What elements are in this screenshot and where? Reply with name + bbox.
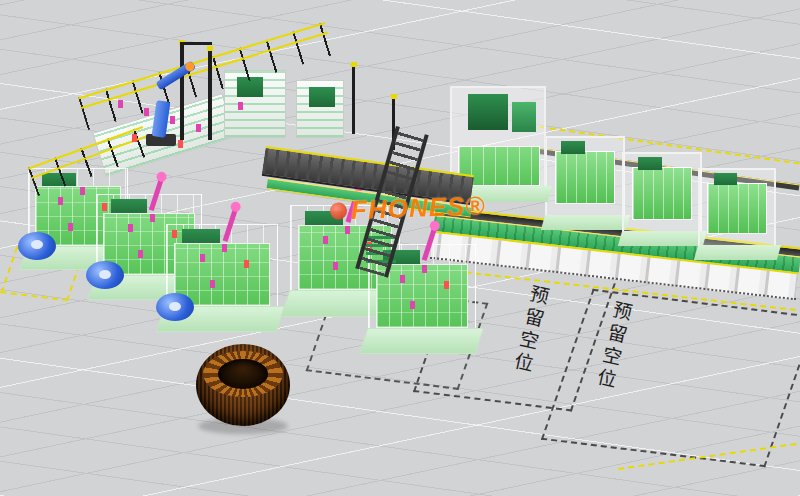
- station-top-unit: [561, 141, 585, 154]
- gantry-crossbar: [180, 42, 212, 45]
- cad-viewport[interactable]: 预留空位 预留空位 FHONES®: [0, 0, 800, 496]
- line-station-1: [545, 136, 625, 230]
- machine-head-unit: [468, 94, 508, 130]
- watermark-logo-dot: [330, 202, 348, 220]
- line-station-2: [622, 152, 702, 246]
- stator-bore: [218, 359, 268, 389]
- parts-indicators: [128, 224, 133, 232]
- equipment-cabinet-2: [296, 80, 344, 138]
- station-base: [358, 328, 483, 354]
- parts-indicators: [323, 236, 328, 244]
- rotary-table: [18, 232, 56, 260]
- station-body: [632, 167, 693, 220]
- rotary-table: [156, 293, 194, 321]
- workpiece-parts: [118, 100, 123, 108]
- station-body: [707, 183, 766, 235]
- robot-lower-arm: [152, 100, 171, 138]
- parts-indicators: [200, 254, 205, 262]
- station-base: [694, 245, 781, 260]
- station-top-unit: [638, 157, 662, 170]
- gantry-post: [208, 46, 212, 140]
- gantry-post: [352, 62, 355, 134]
- cabinet-top-unit: [309, 87, 335, 107]
- station-top-unit: [714, 173, 737, 186]
- robot-arm: [136, 74, 200, 146]
- parts-indicators: [58, 197, 63, 205]
- machine-side-unit: [512, 102, 536, 132]
- machine-station-3: [166, 224, 278, 332]
- watermark-text: FHONES®: [350, 190, 485, 226]
- line-station-3: [698, 168, 776, 260]
- station-body: [555, 151, 616, 204]
- station-base: [540, 215, 629, 230]
- station-body: [376, 264, 469, 328]
- stator-workpiece: [196, 342, 290, 434]
- watermark: FHONES®: [330, 190, 486, 226]
- parts-indicators: [400, 275, 405, 283]
- station-base: [617, 231, 706, 246]
